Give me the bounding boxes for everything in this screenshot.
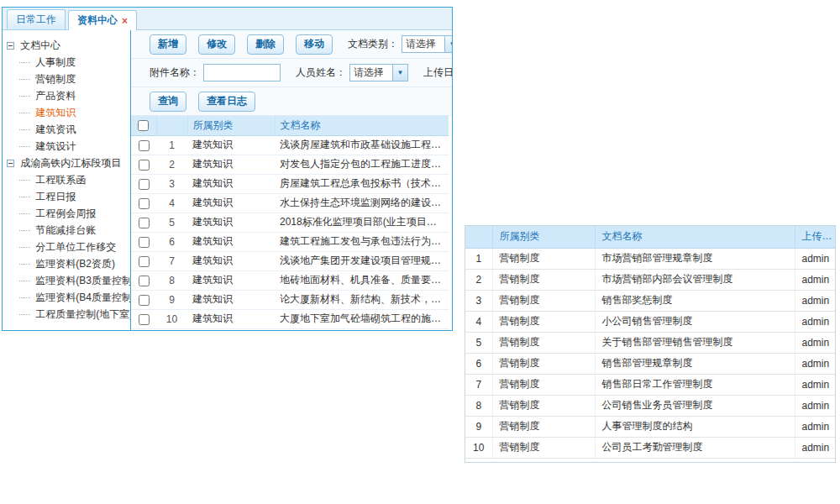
- table-row[interactable]: 6 建筑知识 建筑工程施工发包与承包违法行为认定办法: [131, 232, 449, 251]
- row-checkbox[interactable]: [139, 276, 150, 286]
- tree-item[interactable]: 营销制度: [19, 71, 129, 87]
- view-log-button[interactable]: 查看日志: [198, 92, 255, 112]
- row-uploader: admin: [795, 311, 836, 332]
- tree-connector-icon: [19, 297, 30, 298]
- tree-item[interactable]: 监理资料(B3质量控制): [19, 272, 129, 289]
- result-table: 所属别类 文档名称 上传… 1 营销制度 市场营销部管理规章制度 admin 2…: [465, 226, 836, 459]
- tree-item-label: 建筑知识: [35, 107, 76, 118]
- tab-data-center[interactable]: 资料中心 ×: [68, 10, 137, 30]
- document-table: 所属别类 文档名称 1 建筑知识 浅谈房屋建筑和市政基础设施工程施工管理: [131, 116, 449, 329]
- move-button[interactable]: 移动: [296, 34, 333, 55]
- category-header: 所属别类: [492, 226, 595, 248]
- row-checkbox[interactable]: [139, 295, 150, 306]
- category-tree: 文档中心 人事制度 营销制度 产品资料: [3, 30, 131, 330]
- table-row[interactable]: 7 营销制度 销售部日常工作管理制度 admin: [465, 374, 836, 395]
- row-checkbox[interactable]: [139, 140, 150, 151]
- table-row[interactable]: 10 营销制度 公司员工考勤管理制度 admin: [465, 437, 836, 458]
- row-checkbox[interactable]: [139, 179, 150, 190]
- table-row[interactable]: 9 建筑知识 论大厦新材料、新结构、新技术，新工艺应用: [131, 290, 449, 309]
- tree-item[interactable]: 建筑设计: [19, 138, 129, 155]
- row-number: 8: [156, 270, 187, 290]
- table-row[interactable]: 4 建筑知识 水土保持生态环境监测网络的建设与资料管理: [131, 193, 449, 213]
- tree-item[interactable]: 建筑资讯: [19, 121, 129, 138]
- doc-category-select[interactable]: 请选择 ▼: [402, 35, 453, 53]
- row-checkbox[interactable]: [139, 314, 150, 325]
- row-number: 7: [465, 374, 492, 395]
- tree-item-label: 监理资料(B3质量控制): [35, 275, 131, 286]
- tree-connector-icon: [19, 247, 30, 248]
- tree-item[interactable]: 建筑知识: [19, 104, 129, 121]
- doc-category-label: 文档类别：: [348, 37, 398, 51]
- row-category: 建筑知识: [187, 193, 275, 213]
- close-icon[interactable]: ×: [122, 15, 128, 27]
- tree-item-label: 人事制度: [35, 56, 76, 68]
- row-number: 5: [156, 213, 187, 232]
- table-row[interactable]: 1 营销制度 市场营销部管理规章制度 admin: [465, 248, 836, 269]
- table-row[interactable]: 8 建筑知识 地砖地面材料、机具准备、质量要求及做法: [131, 270, 449, 290]
- row-checkbox[interactable]: [139, 218, 150, 228]
- tree-item-label: 营销制度: [35, 73, 76, 85]
- tab-daily-work[interactable]: 日常工作: [7, 9, 66, 29]
- panel-body: 文档中心 人事制度 营销制度 产品资料: [3, 30, 452, 330]
- tree-item[interactable]: 产品资料: [19, 87, 129, 104]
- tree-item-label: 文档中心: [20, 39, 60, 51]
- row-category: 营销制度: [492, 437, 595, 458]
- row-uploader: admin: [795, 290, 836, 311]
- table-row[interactable]: 4 营销制度 小公司销售管理制度 admin: [465, 311, 836, 332]
- table-row[interactable]: 10 建筑知识 大厦地下室加气砼墙砌筑工程的施工方案设计: [131, 309, 449, 328]
- tree-item-label: 工程质量控制(地下室): [35, 308, 131, 320]
- row-uploader: admin: [795, 332, 836, 353]
- tree-item[interactable]: 监理资料(B4质量控制): [19, 289, 129, 306]
- tree-item[interactable]: 文档中心: [7, 37, 129, 54]
- edit-button[interactable]: 修改: [198, 34, 235, 55]
- row-checkbox[interactable]: [139, 256, 150, 267]
- add-button[interactable]: 新增: [150, 34, 186, 55]
- table-row[interactable]: 1 建筑知识 浅谈房屋建筑和市政基础设施工程施工管理: [131, 135, 449, 155]
- tree-item[interactable]: 成渝高铁内江标段项目: [7, 155, 129, 171]
- tree-item[interactable]: 工程例会周报: [19, 205, 129, 222]
- row-category: 营销制度: [492, 311, 595, 332]
- tree-connector-icon: [19, 96, 30, 97]
- table-row[interactable]: 3 营销制度 销售部奖惩制度 admin: [465, 290, 836, 311]
- person-name-select[interactable]: 请选择 ▼: [349, 64, 408, 81]
- tree-item[interactable]: 节能减排台账: [19, 222, 129, 239]
- delete-button[interactable]: 删除: [247, 34, 284, 55]
- tree-item[interactable]: 工程联系函: [19, 171, 129, 188]
- collapse-icon[interactable]: [7, 160, 14, 167]
- row-doc-name: 人事管理制度的结构: [595, 416, 795, 437]
- tree-item-label: 建筑设计: [35, 140, 76, 152]
- row-number: 6: [465, 353, 492, 374]
- table-row[interactable]: 3 建筑知识 房屋建筑工程总承包投标书（技术标）文件: [131, 174, 449, 193]
- row-doc-name: 浅谈地产集团开发建设项目管理规划编制要点: [275, 251, 449, 270]
- tree-item[interactable]: 工程质量控制(地下室): [19, 306, 129, 323]
- table-row[interactable]: 5 营销制度 关于销售部管理销售管理制度 admin: [465, 332, 836, 353]
- row-number: 3: [156, 174, 187, 193]
- row-checkbox[interactable]: [139, 160, 150, 171]
- row-checkbox-cell: [131, 155, 156, 174]
- row-checkbox[interactable]: [139, 198, 150, 209]
- tree-item-label: 工程例会周报: [35, 207, 96, 219]
- tree-item[interactable]: 监理资料(B2资质): [19, 255, 129, 272]
- collapse-icon[interactable]: [7, 42, 14, 50]
- row-checkbox-cell: [131, 290, 156, 309]
- query-button[interactable]: 查询: [150, 92, 186, 112]
- row-category: 营销制度: [492, 290, 595, 311]
- table-row[interactable]: 5 建筑知识 2018标准化监理项目部(业主项目部)人员配置: [131, 213, 449, 232]
- tree-item-label: 节能减排台账: [35, 224, 96, 236]
- attachment-name-input[interactable]: [203, 64, 281, 81]
- tree-item[interactable]: 分工单位工作移交: [19, 239, 129, 255]
- table-row[interactable]: 9 营销制度 人事管理制度的结构 admin: [465, 416, 836, 437]
- table-row[interactable]: 7 建筑知识 浅谈地产集团开发建设项目管理规划编制要点: [131, 251, 449, 270]
- row-checkbox[interactable]: [139, 237, 150, 248]
- table-row[interactable]: 2 营销制度 市场营销部内部会议管理制度 admin: [465, 269, 836, 290]
- category-header: 所属别类: [187, 116, 275, 135]
- table-row[interactable]: 8 营销制度 公司销售业务员管理制度 admin: [465, 395, 836, 416]
- filter-row: 附件名称： 人员姓名： 请选择 ▼ 上传日期: [131, 59, 453, 87]
- table-row[interactable]: 6 营销制度 销售部管理规章制度 admin: [465, 353, 836, 374]
- tree-item-label: 工程联系函: [35, 174, 86, 186]
- row-uploader: admin: [795, 353, 836, 374]
- select-all-checkbox[interactable]: [138, 120, 149, 131]
- table-row[interactable]: 2 建筑知识 对发包人指定分包的工程施工进度安排问题: [131, 155, 449, 174]
- tree-item[interactable]: 人事制度: [19, 54, 129, 71]
- tree-item[interactable]: 工程日报: [19, 188, 129, 205]
